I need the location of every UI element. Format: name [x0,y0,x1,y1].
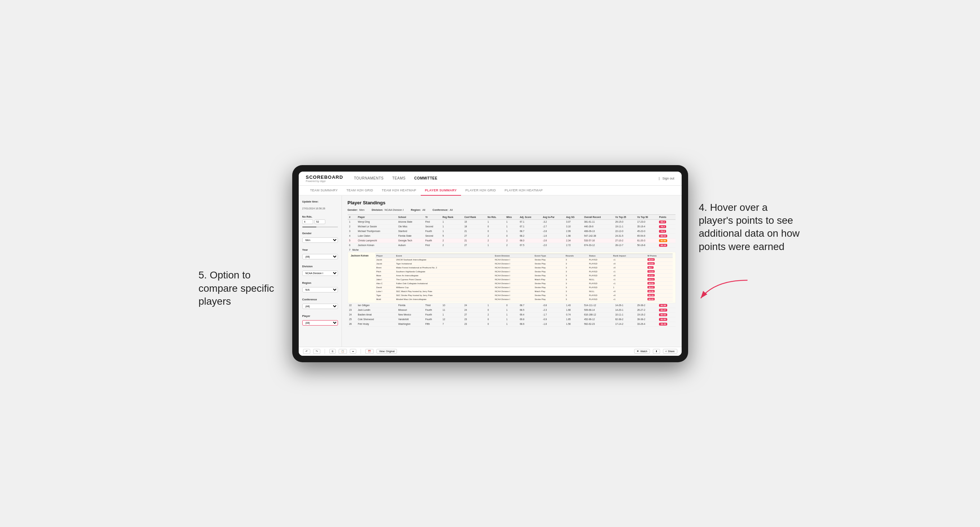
bottom-toolbar: ↶ ↷ ⎘ 📋 •• ⏰ View: Original 👁 Watch ⬇ [299,347,682,356]
tooltip-data-row: Mare Amer An Intercollegiate NCAA Divisi… [375,273,673,277]
undo-button[interactable]: ↶ [303,349,310,354]
points-badge[interactable]: 80.02 [659,313,667,316]
tooltip-data-row: Jacob UNCW Seahawk Intercollegiate NCAA … [375,257,673,262]
tab-player-h2h-heatmap[interactable]: PLAYER H2H HEATMAP [500,186,547,196]
clock-button[interactable]: ⏰ [365,349,374,354]
table-row: 3 Michael Thorbjornsen Stanford Fourth 1… [348,229,676,233]
w-points-badge[interactable]: 46.7 [648,266,654,269]
paste-button[interactable]: 📋 [339,349,347,354]
sidebar-no-rds: No Rds. [302,215,338,227]
filter-region: Region: All [410,208,425,211]
col-points: Points [657,214,676,219]
sidebar-update-time: Update time: 27/01/2024 16:56:26 [302,200,338,211]
points-badge[interactable]: 80.95 [659,318,667,321]
sub-nav: TEAM SUMMARY TEAM H2H GRID TEAM H2H HEAT… [299,186,682,196]
arrow-right-icon [679,277,751,305]
col-no-rds: No Rds. [486,214,505,219]
tooltip-data-row: Tiger SEC Stroke Play hosted by Jerry Pa… [375,293,673,297]
nav-teams[interactable]: TEAMS [392,175,406,182]
share-icon: < [665,350,667,352]
share-button[interactable]: < Share [663,349,677,354]
no-rds-to-input[interactable] [315,219,325,224]
table-row: 24 Bastien Amat New Mexico Fourth 1 27 2… [348,312,676,317]
points-badge[interactable]: 80.58 [659,304,667,307]
tab-team-summary[interactable]: TEAM SUMMARY [306,186,342,196]
tooltip-data-row: Brent Wake Forest Invitational at Pinehu… [375,265,673,270]
no-rds-from-input[interactable] [302,219,313,224]
points-badge[interactable]: 38.49 [659,323,667,325]
nav-committee[interactable]: COMMITTEE [414,175,438,182]
content-area: Update time: 27/01/2024 16:56:26 No Rds. [299,196,682,347]
tooltip-player-name: Jackson Koivan [351,254,372,257]
section-title: Player Standings [348,200,676,205]
tablet-screen: SCOREBOARD Powered by clippi TOURNAMENTS… [299,171,682,356]
points-badge[interactable]: 80.27 [659,309,667,311]
points-badge[interactable]: 76.2 [659,225,666,228]
tab-player-h2h-grid[interactable]: PLAYER H2H GRID [461,186,500,196]
sign-out-button[interactable]: Sign out [662,177,674,180]
w-points-badge[interactable]: 73.23 [648,270,655,273]
table-row: 2 Michael Le Sassie Ole Miss Second 1 18… [348,224,676,229]
app-header: SCOREBOARD Powered by clippi TOURNAMENTS… [299,171,682,186]
tab-player-summary[interactable]: PLAYER SUMMARY [421,186,461,196]
col-yr: Yr [424,214,441,219]
no-rds-slider[interactable] [302,227,338,227]
points-badge[interactable]: 68.18 [659,244,667,247]
sidebar-region: Region N/A [302,281,338,294]
conference-select[interactable]: (All) [302,303,338,309]
watch-button[interactable]: 👁 Watch [634,349,650,354]
tooltip-table: Player Event Event Division Event Type R… [375,254,673,302]
table-header-row: # Player School Yr Reg Rank Conf Rank No… [348,214,676,219]
tooltip-data-row: Alex C Fallen Oak Collegiate Invitationa… [375,281,673,285]
col-conf-rank: Conf Rank [463,214,486,219]
sidebar-gender: Gender Men Women [302,232,338,244]
table-row: 6 Jackson Koivan Auburn First 2 27 1 2 6… [348,243,676,248]
w-points-badge[interactable]: 37.57 [648,274,655,277]
year-select[interactable]: (All) [302,254,338,259]
toolbar-separator [325,349,325,354]
w-points-badge[interactable]: 30.47 [648,286,655,289]
logo-sub: Powered by clippi [306,180,343,183]
w-points-badge[interactable]: 29.36 [648,290,655,292]
dash-button[interactable]: •• [350,349,357,354]
main-content: Player Standings Gender: Men Division: N… [342,196,682,347]
region-select[interactable]: N/A [302,287,338,292]
col-player: Player [356,214,397,219]
header-right: | Sign out [659,177,674,180]
filter-conference: Conference: All [433,208,453,211]
player-select[interactable]: (All) [302,320,338,325]
w-points-badge[interactable]: 48.50 [648,282,655,284]
col-wins: Wins [505,214,518,219]
update-time-label: Update time: [302,200,338,203]
division-select[interactable]: NCAA Division I [302,270,338,276]
points-badge-highlighted[interactable]: 80.89 [659,239,667,242]
conference-label: Conference [302,298,338,301]
player-label: Player [302,314,338,317]
points-badge[interactable]: 88.54 [659,235,667,237]
logo-text: SCOREBOARD [306,175,343,180]
down-button[interactable]: ⬇ [653,349,660,354]
points-badge[interactable]: 70.2 [659,230,666,233]
tab-team-h2h-heatmap[interactable]: TEAM H2H HEATMAP [377,186,421,196]
eye-icon: 👁 [637,350,639,352]
year-label: Year [302,248,338,251]
region-label: Region [302,281,338,284]
w-points-badge[interactable]: 45.64 [648,258,655,261]
w-points-badge[interactable]: 53.60 [648,262,655,265]
tab-team-h2h-grid[interactable]: TEAM H2H GRID [342,186,377,196]
nav-tournaments[interactable]: TOURNAMENTS [354,175,383,182]
points-badge[interactable]: 88.2 [659,221,666,224]
copy-button[interactable]: ⎘ [329,349,336,354]
redo-button[interactable]: ↷ [313,349,320,354]
sidebar-player: Player (All) [302,314,338,327]
filters-row: Gender: Men Division: NCAA Division I Re… [348,208,676,211]
filter-division: Division: NCAA Division I [372,208,404,211]
w-points-badge[interactable]: 66.40 [648,298,655,300]
col-num: # [348,214,356,219]
w-points-badge[interactable]: 24.11 [648,278,655,281]
no-rds-label: No Rds. [302,215,338,218]
view-original-button[interactable]: View: Original [377,349,397,354]
tooltip-data-row: Jacob Tiger Invitational NCAA Division I… [375,262,673,265]
gender-select[interactable]: Men Women [302,237,338,243]
w-points-badge[interactable]: 56.18 [648,294,655,297]
